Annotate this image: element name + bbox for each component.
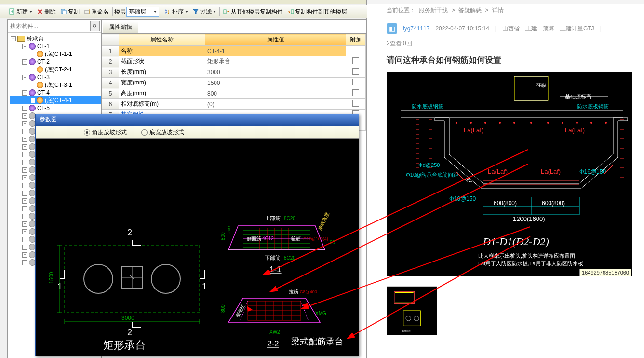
copy-button[interactable]: 复制 — [58, 7, 81, 17]
prop-value[interactable]: 3000 — [205, 67, 346, 78]
expand-icon[interactable]: + — [22, 160, 27, 165]
expand-icon[interactable]: + — [22, 121, 27, 126]
expand-icon[interactable]: + — [22, 175, 27, 180]
expand-icon[interactable]: + — [22, 113, 27, 119]
prop-extra[interactable] — [346, 67, 366, 78]
crumb-link[interactable]: 答疑解惑 — [458, 7, 482, 14]
property-row[interactable]: 4宽度(mm)1500 — [102, 78, 366, 88]
sort-button[interactable]: AZ排序 — [162, 7, 190, 17]
expand-icon[interactable]: + — [22, 106, 27, 111]
expand-icon[interactable]: + — [22, 237, 27, 242]
checkbox-icon[interactable] — [352, 79, 359, 85]
prop-extra[interactable] — [346, 46, 366, 56]
expand-icon[interactable] — [31, 83, 35, 87]
tree-node[interactable]: (底)CT-2-1 — [10, 66, 101, 73]
svg-point-103 — [406, 316, 411, 320]
svg-rect-6 — [224, 10, 226, 14]
opt-bottom-width-slope[interactable]: 底宽放坡形式 — [141, 128, 184, 137]
tree-node[interactable]: (底)CT-4-1 — [10, 96, 101, 104]
expand-icon[interactable]: + — [22, 183, 27, 188]
svg-text:承台详图: 承台详图 — [402, 330, 411, 332]
tree-node[interactable]: +CT-5 — [10, 104, 101, 112]
tree-node[interactable]: −CT-2 — [10, 58, 101, 66]
filter-button[interactable]: 过滤 — [190, 7, 218, 17]
tree-root[interactable]: − 桩承台 — [10, 35, 101, 42]
row-num: 2 — [102, 56, 119, 67]
prop-value[interactable]: 矩形承台 — [205, 56, 346, 67]
svg-point-74 — [562, 122, 564, 124]
property-row[interactable]: 2截面形状矩形承台 — [102, 56, 366, 67]
username[interactable]: lyg741117 — [403, 25, 429, 32]
copy-to-button[interactable]: 复制构件到其他楼层 — [285, 7, 349, 17]
expand-icon[interactable]: − — [22, 90, 27, 96]
search-input[interactable] — [9, 21, 90, 31]
expand-icon[interactable] — [31, 68, 35, 72]
node-icon — [29, 159, 36, 165]
expand-icon[interactable]: + — [22, 206, 27, 211]
delete-button[interactable]: 删除 — [35, 7, 58, 17]
tree-node[interactable]: −CT-3 — [10, 73, 101, 81]
expand-icon[interactable]: + — [22, 221, 27, 227]
property-row[interactable]: 5高度(mm)800 — [102, 88, 366, 99]
prop-extra[interactable] — [346, 99, 366, 110]
expand-icon[interactable]: − — [11, 36, 16, 41]
tree-label: (底)CT-3-1 — [45, 81, 72, 89]
expand-icon[interactable]: − — [22, 75, 27, 80]
checkbox-icon[interactable] — [352, 68, 359, 75]
svg-text:La(Laf): La(Laf) — [541, 168, 561, 175]
expand-icon[interactable]: + — [22, 129, 27, 134]
tree-node[interactable]: −CT-4 — [10, 89, 101, 96]
property-row[interactable]: 6相对底标高(m)(0) — [102, 99, 366, 110]
svg-text:D1-D1(D2-D2): D1-D1(D2-D2) — [483, 235, 549, 248]
expand-icon[interactable]: + — [22, 152, 27, 157]
tree-node[interactable]: (底)CT-1-1 — [10, 50, 101, 58]
crumb-link[interactable]: 详情 — [492, 7, 504, 14]
expand-icon[interactable]: + — [22, 144, 27, 150]
node-icon — [29, 136, 36, 142]
property-row[interactable]: 3长度(mm)3000 — [102, 67, 366, 78]
new-button[interactable]: 新建 — [7, 7, 34, 17]
checkbox-icon[interactable] — [352, 57, 359, 64]
tree-label: CT-4 — [37, 89, 50, 96]
prop-extra[interactable] — [346, 78, 366, 88]
prop-extra[interactable] — [346, 88, 366, 99]
expand-icon[interactable]: + — [22, 252, 27, 258]
prop-value[interactable]: 800 — [205, 88, 346, 99]
crumb-link[interactable]: 服务新干线 — [419, 7, 448, 14]
prop-value[interactable]: CT-4-1 — [205, 46, 346, 56]
expand-icon[interactable]: − — [22, 59, 27, 65]
expand-icon[interactable]: − — [22, 44, 27, 49]
tree-node[interactable]: (底)CT-3-1 — [10, 81, 101, 89]
expand-icon[interactable]: + — [22, 191, 27, 196]
svg-point-69 — [484, 122, 486, 124]
rename-button[interactable]: 重命名 — [82, 7, 111, 17]
expand-icon[interactable]: + — [22, 229, 27, 234]
svg-text:XMG: XMG — [315, 311, 326, 316]
expand-icon[interactable]: + — [22, 198, 27, 204]
property-row[interactable]: 1名称CT-4-1 — [102, 46, 366, 56]
tab-property-edit[interactable]: 属性编辑 — [103, 21, 138, 33]
floor-select[interactable]: 基础层 — [126, 7, 159, 17]
expand-icon[interactable]: + — [22, 245, 27, 250]
post-cad-image[interactable]: 柱纵 防水底板钢筋 防水底板钢筋 基础顶标高 La(Laf) La(Laf) L… — [387, 72, 632, 276]
search-button[interactable] — [90, 21, 100, 31]
expand-icon[interactable]: + — [22, 167, 27, 173]
thumbnail[interactable]: 承台详图 — [387, 286, 437, 335]
svg-text:拉筋: 拉筋 — [289, 289, 298, 294]
checkbox-icon[interactable] — [352, 89, 359, 96]
tree-node[interactable]: −CT-1 — [10, 42, 101, 50]
expand-icon[interactable]: + — [22, 214, 27, 219]
prop-value[interactable]: (0) — [205, 99, 346, 110]
prop-value[interactable]: 1500 — [205, 78, 346, 88]
prop-name: 名称 — [119, 46, 205, 56]
copy-from-button[interactable]: 从其他楼层复制构件 — [221, 7, 285, 17]
expand-icon[interactable]: + — [22, 260, 27, 265]
checkbox-icon[interactable] — [352, 100, 359, 107]
expand-icon[interactable] — [31, 52, 35, 56]
expand-icon[interactable]: + — [22, 137, 27, 142]
opt-angle-slope[interactable]: 角度放坡形式 — [84, 128, 127, 137]
node-icon — [29, 174, 36, 181]
prop-extra[interactable] — [346, 56, 366, 67]
expand-icon[interactable] — [31, 98, 35, 103]
node-icon — [29, 236, 36, 243]
